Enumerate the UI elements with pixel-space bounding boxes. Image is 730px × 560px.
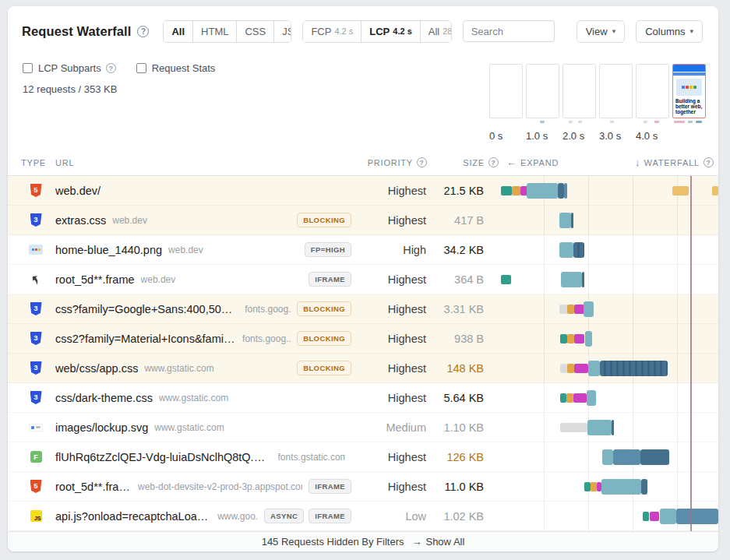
expand-label: EXPAND [520, 158, 559, 167]
size-value: 34.2 KB [426, 244, 484, 256]
blocking-badge: BLOCKING [297, 213, 351, 227]
title-help-icon[interactable]: ? [137, 26, 149, 37]
gridline [633, 176, 633, 206]
waterfall-cell[interactable] [499, 472, 718, 502]
waterfall-cell[interactable] [499, 206, 718, 235]
lcp-subparts-help-icon[interactable]: ? [106, 63, 116, 73]
waterfall-cell[interactable] [499, 324, 718, 354]
filter-all[interactable]: All [164, 21, 193, 42]
request-row[interactable]: 3extras.cssweb.devBLOCKINGHighest417 B [8, 206, 718, 235]
request-row[interactable]: 3css?family=Google+Sans:400,500|Rob...fo… [8, 294, 718, 324]
checkbox-box[interactable] [23, 63, 33, 73]
waterfall-cell[interactable] [499, 294, 718, 324]
waterfall-bar [676, 509, 718, 524]
request-row[interactable]: 5root_5d**.frameweb-dot-devsite-v2-prod-… [8, 472, 718, 502]
size-value: 938 B [426, 333, 484, 345]
filter-js[interactable]: JS [274, 21, 291, 42]
columns-button[interactable]: Columns ▾ [636, 20, 703, 43]
gridline [544, 265, 545, 294]
html-file-icon: 5 [29, 480, 43, 494]
gridline [544, 472, 545, 502]
filmstrip-frame[interactable] [526, 64, 559, 118]
view-button[interactable]: View ▾ [577, 20, 625, 43]
request-domain: fonts.gstatic.com [278, 452, 345, 463]
priority-value: Highest [359, 303, 426, 315]
request-row[interactable]: 3css/dark-theme.csswww.gstatic.comHighes… [8, 383, 718, 413]
filmstrip-frame[interactable] [489, 64, 523, 118]
size-value: 126 KB [426, 451, 484, 463]
waterfall-bar [558, 183, 564, 199]
waterfall-cell[interactable] [499, 502, 718, 531]
request-row[interactable]: FflUhRq6tzZclQEJ-Vdg-luiaDsNclhQ8tQ.woff… [8, 442, 718, 472]
gridline [677, 206, 678, 235]
checkbox-box[interactable] [136, 63, 146, 73]
search-input[interactable] [463, 20, 555, 42]
column-header-priority: PRIORITY ? [349, 157, 427, 167]
column-header-waterfall[interactable]: ↓ WATERFALL ? [635, 157, 714, 168]
expand-button[interactable]: ← EXPAND [506, 157, 559, 168]
request-row[interactable]: 5web.dev/Highest21.5 KB [8, 176, 718, 206]
filmstrip-frame[interactable] [599, 64, 633, 118]
gridline [588, 206, 589, 235]
type-cell [8, 273, 55, 287]
request-domain: web.dev [168, 245, 203, 255]
waterfall-bar [559, 213, 571, 228]
show-all-button[interactable]: → Show All [411, 536, 464, 548]
request-domain: www.gstatic.com [144, 363, 213, 374]
toolbar: Request Waterfall ? AllHTMLCSSJS▾ FCP4.2… [8, 16, 718, 47]
css-file-icon: 3 [29, 213, 43, 227]
request-summary: 12 requests / 353 KB [23, 83, 215, 95]
waterfall-cell[interactable] [499, 442, 718, 472]
size-value: 11.0 KB [426, 481, 484, 493]
waterfall-bar [560, 334, 567, 343]
request-row[interactable]: 3web/css/app.csswww.gstatic.comBLOCKINGH… [8, 354, 718, 383]
metric-all[interactable]: All28 s [421, 21, 452, 42]
size-value: 364 B [426, 273, 484, 286]
waterfall-cell[interactable] [499, 354, 718, 383]
waterfall-cell[interactable] [499, 265, 718, 294]
type-cell: 3 [8, 361, 55, 375]
filmstrip-frame[interactable]: Building a better web, together [672, 64, 706, 118]
size-help-icon[interactable]: ? [488, 157, 499, 167]
waterfall-help-icon[interactable]: ? [704, 157, 714, 167]
waterfall-cell[interactable] [499, 413, 718, 442]
request-row[interactable]: 3css2?family=Material+Icons&family=...fo… [8, 324, 718, 354]
waterfall-cell[interactable] [499, 235, 718, 265]
waterfall-bar [560, 423, 587, 432]
metric-fcp[interactable]: FCP4.2 s [303, 21, 361, 42]
gridline [544, 502, 545, 531]
column-header-size: SIZE ? [427, 157, 499, 167]
filmstrip-frame[interactable] [636, 64, 669, 118]
metric-lcp[interactable]: LCP4.2 s [361, 21, 420, 42]
filter-css[interactable]: CSS [237, 21, 274, 42]
chevron-down-icon: ▾ [689, 27, 693, 35]
request-row[interactable]: root_5d**.frameweb.devIFRAMEHighest364 B [8, 265, 718, 294]
request-row[interactable]: home-blue_1440.pngweb.devFP=HIGHHigh34.2… [8, 235, 718, 265]
size-value: 148 KB [426, 362, 484, 375]
request-url: root_5d**.frame [55, 273, 135, 286]
type-cell: 3 [8, 302, 55, 316]
frame-headline: Building a better web, together [673, 97, 705, 114]
request-domain: web.dev [112, 215, 147, 226]
type-cell: 3 [8, 332, 55, 346]
request-row[interactable]: JSapi.js?onload=recaptchaLoadCall...www.… [8, 502, 718, 531]
waterfall-cell[interactable] [499, 383, 718, 413]
waterfall-cell[interactable] [499, 176, 718, 206]
request-stats-checkbox[interactable]: Request Stats [136, 62, 216, 74]
waterfall-label: WATERFALL [644, 158, 700, 167]
waterfall-bar [643, 512, 649, 521]
filmstrip-frame[interactable] [562, 64, 596, 118]
lcp-subparts-checkbox[interactable]: LCP Subparts ? [23, 62, 116, 74]
waterfall-bar [613, 449, 640, 465]
metric-filter-group: FCP4.2 sLCP4.2 sAll28 s▾ [302, 20, 451, 43]
priority-value: Highest [359, 185, 426, 197]
checkbox-label: Request Stats [152, 62, 216, 74]
illustration-dot [689, 86, 693, 89]
gridline [677, 235, 678, 265]
filter-html[interactable]: HTML [193, 21, 237, 42]
filmstrip-mini-marks [636, 121, 669, 124]
type-cell [8, 421, 55, 435]
priority-help-icon[interactable]: ? [417, 157, 427, 167]
request-row[interactable]: images/lockup.svgwww.gstatic.comMedium1.… [8, 413, 718, 442]
filmstrip-time-label: 2.0 s [562, 130, 596, 142]
